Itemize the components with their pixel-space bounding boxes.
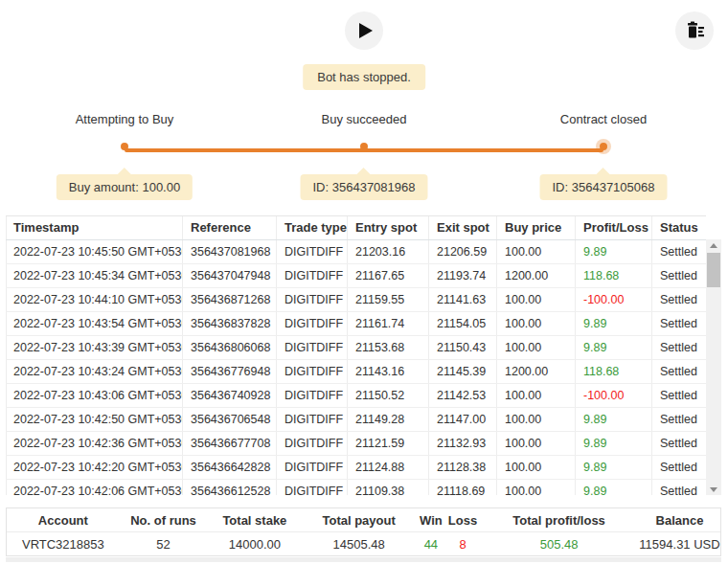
scroll-down-button[interactable] [706, 484, 721, 495]
cell-buy_price: 100.00 [497, 335, 576, 359]
table-row[interactable]: 2022-07-23 10:42:06 GMT+0530356436612528… [7, 479, 707, 495]
cell-reference: 356436642828 [183, 455, 277, 479]
account-summary-table: AccountNo. of runsTotal stakeTotal payou… [6, 508, 721, 556]
stage-label-buy-succeeded: Buy succeeded [322, 112, 407, 126]
column-header-reference: Reference [183, 216, 277, 239]
cell-profit_loss: 9.89 [576, 335, 652, 359]
table-row[interactable]: 2022-07-23 10:42:36 GMT+0530356436677708… [7, 431, 707, 455]
cell-trade_type: DIGITDIFF [277, 239, 348, 263]
column-header-trade_type: Trade type [277, 216, 348, 239]
cell-reference: 356436806068 [183, 335, 277, 359]
table-row[interactable]: 2022-07-23 10:42:50 GMT+0530356436706548… [7, 407, 707, 431]
cell-exit_spot: 21150.43 [429, 335, 497, 359]
cell-profit_loss: 118.68 [576, 263, 652, 287]
cell-exit_spot: 21132.93 [429, 431, 497, 455]
summary-header-loss: Loss [446, 508, 479, 532]
cell-profit_loss: 9.89 [576, 455, 652, 479]
cell-profit_loss: 118.68 [576, 359, 652, 383]
cell-buy_price: 100.00 [497, 287, 576, 311]
table-row[interactable]: 2022-07-23 10:44:10 GMT+0530356436871268… [7, 287, 707, 311]
cell-status: Settled [652, 239, 707, 263]
summary-value-win: 44 [416, 532, 446, 555]
tracker-dot-attempting-to-buy [121, 143, 128, 150]
triangle-up-icon [710, 243, 717, 248]
run-bot-button[interactable] [345, 11, 383, 50]
bot-trading-panel: Bot has stopped. Attempting to Buy Buy s… [0, 0, 728, 564]
column-header-buy_price: Buy price [497, 216, 576, 239]
cell-timestamp: 2022-07-23 10:43:24 GMT+0530 [7, 359, 183, 383]
column-header-entry_spot: Entry spot [348, 216, 429, 239]
cell-timestamp: 2022-07-23 10:45:34 GMT+0530 [7, 263, 183, 287]
cell-timestamp: 2022-07-23 10:42:06 GMT+0530 [7, 479, 183, 495]
cell-status: Settled [652, 311, 707, 335]
vertical-scrollbar[interactable] [706, 239, 721, 495]
cell-trade_type: DIGITDIFF [277, 311, 348, 335]
cell-entry_spot: 21124.88 [348, 455, 429, 479]
summary-header-payout: Total payout [302, 508, 415, 532]
stage-label-contract-closed: Contract closed [560, 112, 647, 126]
cell-timestamp: 2022-07-23 10:42:50 GMT+0530 [7, 407, 183, 431]
cell-trade_type: DIGITDIFF [277, 335, 348, 359]
cell-entry_spot: 21153.68 [348, 335, 429, 359]
cell-trade_type: DIGITDIFF [277, 383, 348, 407]
summary-header-stake: Total stake [207, 508, 302, 532]
cell-profit_loss: -100.00 [576, 287, 652, 311]
summary-value-balance: 11594.31 USD [639, 532, 720, 555]
cell-exit_spot: 21154.05 [429, 311, 497, 335]
cell-entry_spot: 21159.55 [348, 287, 429, 311]
summary-value-stake: 14000.00 [207, 532, 302, 555]
scrollbar-thumb[interactable] [707, 253, 720, 287]
table-row[interactable]: 2022-07-23 10:43:06 GMT+0530356436740928… [7, 383, 707, 407]
table-row[interactable]: 2022-07-23 10:45:34 GMT+0530356437047948… [7, 263, 707, 287]
clear-transactions-button[interactable] [675, 11, 714, 50]
cell-exit_spot: 21128.38 [429, 455, 497, 479]
cell-exit_spot: 21193.74 [429, 263, 497, 287]
cell-status: Settled [652, 359, 707, 383]
cell-profit_loss: -100.00 [576, 383, 652, 407]
cell-exit_spot: 21118.69 [429, 479, 497, 495]
summary-value-loss: 8 [446, 532, 479, 555]
buy-id-badge: ID: 356437081968 [301, 174, 428, 200]
summary-header-runs: No. of runs [120, 508, 208, 532]
scroll-up-button[interactable] [706, 239, 721, 251]
cell-entry_spot: 21203.16 [348, 239, 429, 263]
table-header-row: TimestampReferenceTrade typeEntry spotEx… [7, 216, 707, 239]
status-banner: Bot has stopped. [303, 64, 425, 90]
cell-trade_type: DIGITDIFF [277, 407, 348, 431]
cell-profit_loss: 9.89 [576, 239, 652, 263]
summary-value-account: VRTC3218853 [7, 532, 120, 555]
cell-timestamp: 2022-07-23 10:43:06 GMT+0530 [7, 383, 183, 407]
cell-exit_spot: 21147.00 [429, 407, 497, 431]
table-row[interactable]: 2022-07-23 10:43:39 GMT+0530356436806068… [7, 335, 707, 359]
buy-amount-badge: Buy amount: 100.00 [57, 174, 193, 200]
cell-timestamp: 2022-07-23 10:45:50 GMT+0530 [7, 239, 183, 263]
cell-buy_price: 100.00 [497, 455, 576, 479]
table-row[interactable]: 2022-07-23 10:45:50 GMT+0530356437081968… [7, 239, 707, 263]
table-row[interactable]: 2022-07-23 10:43:54 GMT+0530356436837828… [7, 311, 707, 335]
cell-timestamp: 2022-07-23 10:43:39 GMT+0530 [7, 335, 183, 359]
stage-label-attempting-to-buy: Attempting to Buy [76, 112, 174, 126]
cell-timestamp: 2022-07-23 10:43:54 GMT+0530 [7, 311, 183, 335]
contract-tracker: Attempting to Buy Buy succeeded Contract… [0, 103, 728, 204]
cell-trade_type: DIGITDIFF [277, 431, 348, 455]
table-row[interactable]: 2022-07-23 10:43:24 GMT+0530356436776948… [7, 359, 707, 383]
cell-trade_type: DIGITDIFF [277, 479, 348, 495]
cell-trade_type: DIGITDIFF [277, 359, 348, 383]
summary-header-account: Account [7, 508, 120, 532]
summary-value-profit: 505.48 [479, 532, 639, 555]
cell-status: Settled [652, 479, 707, 495]
cell-reference: 356437081968 [183, 239, 277, 263]
cell-status: Settled [652, 335, 707, 359]
cell-reference: 356436776948 [183, 359, 277, 383]
horizontal-scrollbar[interactable] [6, 557, 721, 562]
cell-entry_spot: 21150.52 [348, 383, 429, 407]
cell-entry_spot: 21121.59 [348, 431, 429, 455]
cell-reference: 356436837828 [183, 311, 277, 335]
cell-status: Settled [652, 287, 707, 311]
column-header-exit_spot: Exit spot [429, 216, 497, 239]
cell-exit_spot: 21141.63 [429, 287, 497, 311]
column-header-profit_loss: Profit/Loss [576, 216, 652, 239]
cell-profit_loss: 9.89 [576, 311, 652, 335]
cell-trade_type: DIGITDIFF [277, 455, 348, 479]
table-row[interactable]: 2022-07-23 10:42:20 GMT+0530356436642828… [7, 455, 707, 479]
